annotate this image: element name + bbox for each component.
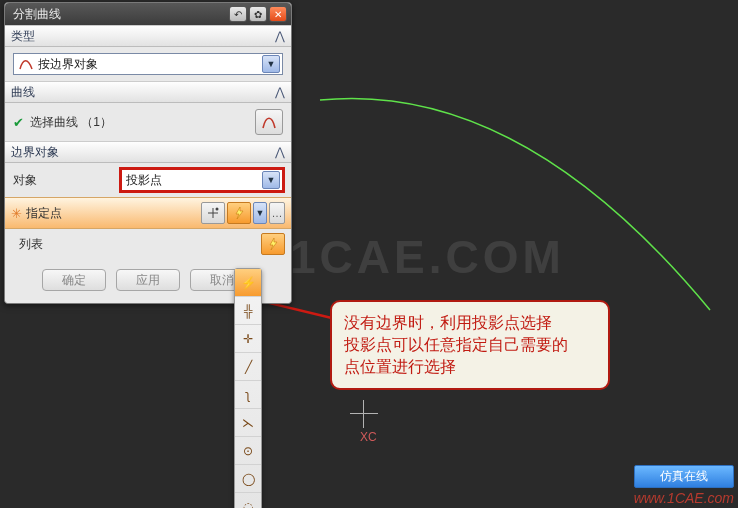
specify-point-row[interactable]: ✳ 指定点 ▼ … bbox=[5, 197, 291, 229]
curve-type-icon bbox=[18, 56, 34, 72]
infer-point-icon bbox=[232, 206, 246, 220]
check-icon: ✔ bbox=[13, 115, 24, 130]
point-on-curve-icon[interactable]: ◯ bbox=[235, 465, 261, 493]
object-value: 投影点 bbox=[126, 172, 262, 189]
divide-curve-panel: 分割曲线 ↶ ✿ ✕ 类型 ⋀ 按边界对象 ▼ 曲线 ⋀ ✔ 选择曲线 （1） bbox=[4, 2, 292, 304]
type-value: 按边界对象 bbox=[38, 56, 262, 73]
quadrant-icon[interactable]: ◌ bbox=[235, 493, 261, 508]
site-stamp: 仿真在线 www.1CAE.com bbox=[634, 465, 734, 506]
section-label-boundary: 边界对象 bbox=[11, 144, 275, 161]
end-point-icon[interactable]: ╱ bbox=[235, 353, 261, 381]
close-icon[interactable]: ✕ bbox=[269, 6, 287, 22]
axis-x-label: XC bbox=[360, 430, 377, 444]
list-action-button[interactable] bbox=[261, 233, 285, 255]
point-plus-icon bbox=[206, 206, 220, 220]
panel-title: 分割曲线 bbox=[13, 6, 227, 23]
auto-infer-icon[interactable]: ⚡ bbox=[235, 269, 261, 297]
settings-icon[interactable]: ✿ bbox=[249, 6, 267, 22]
ok-button[interactable]: 确定 bbox=[42, 269, 106, 291]
dropdown-arrow-icon[interactable]: ▼ bbox=[262, 171, 280, 189]
point-dialog-button[interactable]: … bbox=[269, 202, 285, 224]
crosshair-cursor bbox=[350, 400, 378, 428]
point-method-dropdown[interactable]: ▼ bbox=[253, 202, 267, 224]
select-curve-button[interactable] bbox=[255, 109, 283, 135]
object-label: 对象 bbox=[13, 172, 113, 189]
point-method-button[interactable] bbox=[227, 202, 251, 224]
existing-point-icon[interactable]: ✛ bbox=[235, 325, 261, 353]
intersection-icon[interactable]: ⋋ bbox=[235, 409, 261, 437]
annotation-callout: 没有边界时，利用投影点选择 投影点可以任意指定自己需要的 点位置进行选择 bbox=[330, 300, 610, 390]
point-constructor-button[interactable] bbox=[201, 202, 225, 224]
annotation-line1: 没有边界时，利用投影点选择 bbox=[344, 312, 596, 334]
select-curve-label: 选择曲线 （1） bbox=[30, 114, 249, 131]
list-label: 列表 bbox=[11, 236, 259, 253]
object-dropdown[interactable]: 投影点 ▼ bbox=[121, 169, 283, 191]
annotation-line2: 投影点可以任意指定自己需要的 bbox=[344, 334, 596, 356]
control-point-icon[interactable]: ʅ bbox=[235, 381, 261, 409]
bolt-icon bbox=[266, 237, 280, 251]
annotation-line3: 点位置进行选择 bbox=[344, 356, 596, 378]
chevron-up-icon: ⋀ bbox=[275, 145, 285, 159]
section-header-boundary[interactable]: 边界对象 ⋀ bbox=[5, 141, 291, 163]
dropdown-arrow-icon[interactable]: ▼ bbox=[262, 55, 280, 73]
chevron-up-icon: ⋀ bbox=[275, 85, 285, 99]
required-star-icon: ✳ bbox=[11, 206, 22, 221]
point-method-toolbar: ⚡╬✛╱ʅ⋋⊙◯◌ bbox=[234, 268, 262, 508]
cursor-point-icon[interactable]: ╬ bbox=[235, 297, 261, 325]
section-header-curve[interactable]: 曲线 ⋀ bbox=[5, 81, 291, 103]
svg-point-2 bbox=[216, 208, 219, 211]
undo-icon[interactable]: ↶ bbox=[229, 6, 247, 22]
chevron-up-icon: ⋀ bbox=[275, 29, 285, 43]
apply-button[interactable]: 应用 bbox=[116, 269, 180, 291]
spline-curve bbox=[280, 70, 720, 320]
type-dropdown[interactable]: 按边界对象 ▼ bbox=[13, 53, 283, 75]
select-curve-icon bbox=[260, 113, 278, 131]
specify-point-label: 指定点 bbox=[26, 205, 199, 222]
stamp-brand: 仿真在线 bbox=[634, 465, 734, 488]
stamp-url: www.1CAE.com bbox=[634, 490, 734, 506]
arc-center-icon[interactable]: ⊙ bbox=[235, 437, 261, 465]
section-label-type: 类型 bbox=[11, 28, 275, 45]
panel-titlebar[interactable]: 分割曲线 ↶ ✿ ✕ bbox=[5, 3, 291, 25]
section-label-curve: 曲线 bbox=[11, 84, 275, 101]
section-header-type[interactable]: 类型 ⋀ bbox=[5, 25, 291, 47]
